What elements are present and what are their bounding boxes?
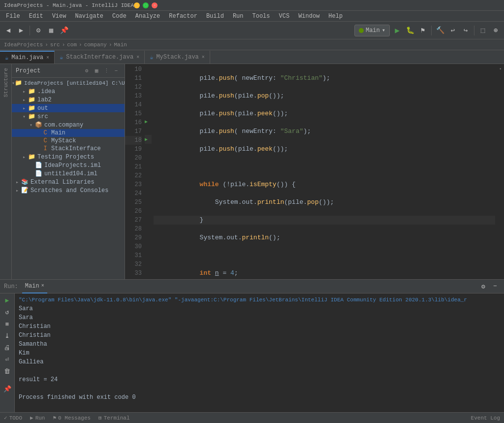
tab-stackinterface-java[interactable]: ☕ StackInterface.java × xyxy=(55,51,145,64)
toolbar-separator-3 xyxy=(474,26,474,35)
settings-button[interactable]: ⚙ xyxy=(33,25,44,36)
tree-item-com-company[interactable]: ▾ 📦 com.company xyxy=(12,121,125,129)
tree-arrow-external[interactable]: ▸ xyxy=(14,179,21,185)
menu-run[interactable]: Run xyxy=(229,12,248,21)
tree-item-stackinterface[interactable]: I StackInterface xyxy=(12,145,125,153)
run-output-sara-2: Sara xyxy=(19,313,500,322)
tree-arrow-com-company[interactable]: ▾ xyxy=(28,122,34,128)
status-terminal[interactable]: ⊞ Terminal xyxy=(98,415,129,421)
tree-item-testing[interactable]: ▸ 📁 Testing Projects xyxy=(12,153,125,161)
menu-vcs[interactable]: VCS xyxy=(275,12,294,21)
run-button[interactable]: ▶ xyxy=(392,25,403,36)
run-print-button[interactable]: 🖨 xyxy=(2,343,12,353)
tree-item-ideaprojects-iml[interactable]: 📄 IdeaProjects.iml xyxy=(12,161,125,169)
run-scroll-end-button[interactable]: ⤓ xyxy=(2,331,12,341)
redo-button[interactable]: ↪ xyxy=(460,25,471,36)
menu-analyze[interactable]: Analyze xyxy=(131,12,164,21)
tab-main-java-close[interactable]: × xyxy=(46,55,49,61)
tree-item-scratches[interactable]: ▸ 📝 Scratches and Consoles xyxy=(12,186,125,195)
tree-arrow-lab2[interactable]: ▸ xyxy=(21,97,28,103)
tab-main-java[interactable]: ☕ Main.java × xyxy=(0,51,55,64)
breadcrumb-company[interactable]: company xyxy=(84,42,107,48)
forward-button[interactable]: ▶ xyxy=(16,25,27,36)
tree-item-main[interactable]: C Main xyxy=(12,129,125,137)
sidebar-gear-icon[interactable]: ⋮ xyxy=(102,66,111,75)
tree-arrow-out[interactable]: ▸ xyxy=(21,105,28,111)
title-bar: IdeaProjects - Main.java - IntelliJ IDEA… xyxy=(0,0,504,11)
menu-help[interactable]: Help xyxy=(324,12,346,21)
status-bar-right: Event Log xyxy=(471,415,500,421)
sidebar-layout-icon[interactable]: ▦ xyxy=(92,66,101,75)
event-log[interactable]: Event Log xyxy=(471,415,500,421)
run-config-dropdown[interactable]: Main ▾ xyxy=(354,25,390,36)
tree-arrow-src[interactable]: ▾ xyxy=(21,114,28,120)
breadcrumb-main[interactable]: Main xyxy=(114,42,127,48)
menu-refactor[interactable]: Refactor xyxy=(165,12,201,21)
tree-item-lab2[interactable]: ▸ 📁 lab2 xyxy=(12,96,125,104)
sidebar-settings-icon[interactable]: ⚙ xyxy=(82,66,91,75)
run-rerun-button[interactable]: ↺ xyxy=(2,307,12,317)
pin-button[interactable]: 📌 xyxy=(59,25,69,36)
run-stop-button[interactable]: ■ xyxy=(2,319,12,329)
menu-window[interactable]: Window xyxy=(294,12,323,21)
run-clear-button[interactable]: 🗑 xyxy=(2,366,12,376)
tab-stackinterface-close[interactable]: × xyxy=(136,55,139,60)
breadcrumb-src[interactable]: src xyxy=(50,42,60,48)
debug-button[interactable]: 🐛 xyxy=(405,25,415,36)
frame-button[interactable]: ⬚ xyxy=(477,25,488,36)
status-run[interactable]: ▶ Run xyxy=(30,415,45,421)
tab-mystack-java[interactable]: ☕ MyStack.java × xyxy=(145,51,210,64)
sidebar-hide-icon[interactable]: − xyxy=(112,66,121,75)
menu-file[interactable]: File xyxy=(2,12,24,21)
tree-item-mystack[interactable]: C MyStack xyxy=(12,137,125,145)
run-with-coverage-button[interactable]: ⚑ xyxy=(417,25,428,36)
menu-edit[interactable]: Edit xyxy=(25,12,47,21)
tree-item-untitled-iml[interactable]: 📄 untitled104.iml xyxy=(12,169,125,178)
breadcrumb-ideaprojects[interactable]: IdeaProjects xyxy=(4,42,43,48)
tree-arrow-scratches[interactable]: ▸ xyxy=(14,188,21,194)
menu-view[interactable]: View xyxy=(48,12,70,21)
menu-navigate[interactable]: Navigate xyxy=(71,12,107,21)
maximize-button[interactable]: □ xyxy=(143,2,149,8)
tree-item-out[interactable]: ▸ 📁 out xyxy=(12,104,125,112)
status-messages[interactable]: ⚑ 0 Messages xyxy=(53,415,91,421)
run-tab-main-close[interactable]: × xyxy=(41,283,44,289)
minimize-button[interactable]: − xyxy=(134,2,140,8)
code-content[interactable]: pile.push( newEntry: "Christian"); pile.… xyxy=(152,64,497,279)
tree-label-root: IdeaProjects [untitled104] C:\Users\yang… xyxy=(24,80,125,86)
tree-label-iml1: IdeaProjects.iml xyxy=(44,162,101,169)
tab-mystack-label: MyStack.java xyxy=(156,54,198,61)
tree-arrow-testing[interactable]: ▸ xyxy=(21,154,28,160)
tree-arrow-idea[interactable]: ▸ xyxy=(21,89,28,95)
status-todo[interactable]: ✓ TODO xyxy=(4,415,22,421)
run-tab-main[interactable]: Main × xyxy=(22,280,47,293)
expand-button[interactable]: ⊕ xyxy=(490,25,501,36)
close-button[interactable]: × xyxy=(152,2,158,8)
run-icon: ▶ xyxy=(30,415,33,421)
toolbar-separator-2 xyxy=(431,26,432,35)
run-minimize-button[interactable]: − xyxy=(490,282,500,292)
tree-item-src[interactable]: ▾ 📁 src xyxy=(12,112,125,121)
run-pin-button[interactable]: 📌 xyxy=(2,384,12,394)
undo-button[interactable]: ↩ xyxy=(447,25,458,36)
tree-item-root[interactable]: ▾ 📁 IdeaProjects [untitled104] C:\Users\… xyxy=(12,79,125,87)
breadcrumb: IdeaProjects › src › com › company › Mai… xyxy=(0,39,504,50)
tree-item-external-libs[interactable]: ▸ 📚 External Libraries xyxy=(12,178,125,186)
menu-build[interactable]: Build xyxy=(202,12,228,21)
idea-folder-icon: 📁 xyxy=(28,88,35,95)
layout-button[interactable]: ▦ xyxy=(46,25,57,36)
back-button[interactable]: ◀ xyxy=(3,25,14,36)
menu-tools[interactable]: Tools xyxy=(249,12,274,21)
tree-label-out: out xyxy=(37,105,48,112)
run-settings-button[interactable]: ⚙ xyxy=(478,282,488,292)
build-button[interactable]: 🔨 xyxy=(435,25,445,36)
tab-mystack-close[interactable]: × xyxy=(202,55,205,60)
breadcrumb-com[interactable]: com xyxy=(67,42,77,48)
menu-code[interactable]: Code xyxy=(108,12,130,21)
tree-item-idea[interactable]: ▸ 📁 .idea xyxy=(12,87,125,96)
run-softrap-button[interactable]: ⏎ xyxy=(2,355,12,364)
structure-tab[interactable]: Structure xyxy=(2,64,10,101)
tree-label-src: src xyxy=(37,113,48,120)
run-play-button[interactable]: ▶ xyxy=(2,295,12,305)
code-area[interactable]: 1011121314 15161718 1920212223 242526272… xyxy=(125,64,504,279)
